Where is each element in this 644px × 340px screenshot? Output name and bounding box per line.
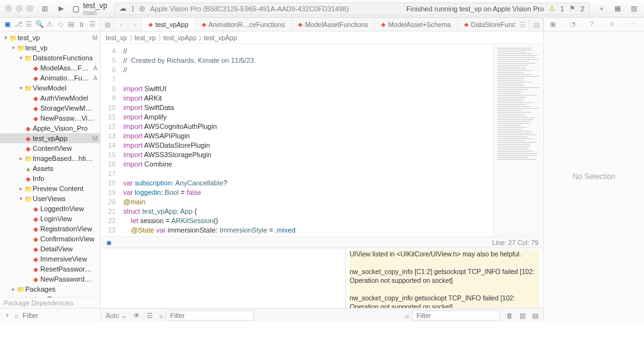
tree-item[interactable]: ◆ImmersiveView: [0, 254, 100, 264]
code-line[interactable]: import AWSAPIPlugin: [119, 131, 493, 141]
editor-tab[interactable]: ◆test_vpApp: [142, 18, 196, 31]
tree-item[interactable]: ▾📁test_vp: [0, 43, 100, 53]
disclosure-triangle[interactable]: ▾: [18, 195, 24, 202]
code-line[interactable]: //: [119, 65, 493, 75]
code-line[interactable]: let session = ARKitSession(): [119, 216, 493, 226]
clear-console-icon[interactable]: 🗑: [506, 312, 513, 319]
history-inspector-tab[interactable]: ◔: [570, 20, 579, 29]
navigator-filter-input[interactable]: [23, 312, 109, 319]
report-navigator-tab[interactable]: ☰: [88, 20, 97, 29]
code-line[interactable]: import SwiftUI: [119, 84, 493, 94]
breakpoint-navigator-tab[interactable]: ⏸: [77, 20, 86, 29]
tree-item[interactable]: ◆AuthViewModel: [0, 93, 100, 103]
jump-bar-crumb[interactable]: test_vpApp: [204, 34, 237, 41]
code-line[interactable]: [119, 75, 493, 84]
disclosure-triangle[interactable]: ▸: [18, 155, 24, 162]
zoom-window[interactable]: [26, 5, 33, 12]
code-line[interactable]: import ARKit: [119, 94, 493, 103]
project-tree[interactable]: ▾📁test_vpM▾📁test_vp▾📁DatastoreFunctions◆…: [0, 31, 100, 297]
issue-icon[interactable]: ⚑: [569, 4, 575, 13]
code-line[interactable]: var loggedin: Bool = false: [119, 188, 493, 197]
forward-button[interactable]: ›: [128, 18, 142, 31]
symbol-navigator-tab[interactable]: ☰: [25, 20, 33, 29]
warning-icon[interactable]: ⚠: [549, 4, 555, 13]
tree-item[interactable]: ▾📁DatastoreFunctions: [0, 53, 100, 63]
disclosure-triangle[interactable]: ▾: [10, 45, 16, 51]
disclosure-triangle[interactable]: ▾: [3, 35, 9, 41]
project-navigator-tab[interactable]: ▣: [3, 20, 12, 29]
breakpoint-indicator[interactable]: ⏺: [106, 239, 113, 246]
minimap[interactable]: [493, 44, 543, 236]
activity-status[interactable]: ☁ ⟩ ◎ Apple Vision Pro (B58C3126-E965-49…: [114, 3, 590, 15]
disclosure-triangle[interactable]: ▾: [18, 85, 24, 91]
code-content[interactable]: //// Created by Richards, Kimate on 11/6…: [119, 44, 493, 236]
tree-item[interactable]: ◆Animatio…FunctionsA: [0, 73, 100, 83]
file-inspector-tab[interactable]: ▣: [550, 20, 558, 29]
tree-item[interactable]: ▾📁ViewModel: [0, 83, 100, 93]
code-line[interactable]: import AWSDataStorePlugin: [119, 141, 493, 150]
tree-item[interactable]: ◆DetailView: [0, 244, 100, 254]
source-control-tab[interactable]: ⎇: [14, 20, 23, 29]
related-items-icon[interactable]: ▦: [101, 18, 114, 31]
package-dependencies-header[interactable]: Package Dependencies: [0, 297, 100, 308]
toggle-vars-icon[interactable]: ▥: [519, 312, 526, 319]
tree-item[interactable]: ▸📁Packages: [0, 284, 100, 294]
editor-options-icon[interactable]: ▤: [530, 18, 543, 31]
close-window[interactable]: [5, 5, 12, 12]
code-line[interactable]: var subscription: AnyCancellable?: [119, 178, 493, 188]
list-icon[interactable]: ☰: [147, 312, 153, 319]
tree-item[interactable]: ◆ResetPasswordView: [0, 264, 100, 274]
jump-bar-crumb[interactable]: test_vp: [106, 34, 127, 41]
sidebar-toggle-icon[interactable]: ▥: [40, 4, 50, 14]
tree-item[interactable]: ▸📁ImageBased…hting.skybox: [0, 153, 100, 163]
code-line[interactable]: import Amplify: [119, 112, 493, 122]
more-inspector-tab[interactable]: ⋯: [630, 20, 638, 29]
issue-navigator-tab[interactable]: ⚠: [45, 20, 54, 29]
tree-item[interactable]: ◆ConfirmationView: [0, 234, 100, 244]
editor-tab[interactable]: ◆ModelAsset+Schema: [375, 18, 458, 31]
disclosure-triangle[interactable]: ▸: [10, 286, 16, 292]
auto-scope[interactable]: Auto ⌄: [106, 312, 127, 319]
tree-item[interactable]: ◆NewPassw…ViewModel: [0, 113, 100, 123]
test-navigator-tab[interactable]: ◇: [56, 20, 65, 29]
tree-item[interactable]: ◆ModelAss…FunctionsA: [0, 63, 100, 73]
library-icon[interactable]: ▦: [613, 4, 623, 14]
minimize-window[interactable]: [16, 5, 23, 12]
editor-tab[interactable]: ◆DataStoreFunctions: [458, 18, 516, 31]
code-line[interactable]: @StateObject var authViewModel = AuthVie…: [119, 235, 493, 236]
find-navigator-tab[interactable]: 🔍: [35, 20, 44, 29]
eye-icon[interactable]: 👁: [133, 312, 140, 319]
code-line[interactable]: // Created by Richards, Kimate on 11/6/2…: [119, 56, 493, 65]
code-line[interactable]: import SwiftData: [119, 103, 493, 112]
tree-item[interactable]: ◆LoggedInView: [0, 204, 100, 214]
tree-item[interactable]: ◆Info: [0, 173, 100, 184]
tree-item[interactable]: ◆test_vpAppM: [0, 133, 100, 143]
scheme-selector[interactable]: ▢ test_vp main: [72, 1, 108, 16]
disclosure-triangle[interactable]: ▾: [18, 55, 24, 61]
editor-tab[interactable]: ◆ModelAssetFunctions: [292, 18, 375, 31]
code-line[interactable]: struct test_vpApp: App {: [119, 207, 493, 216]
jump-bar[interactable]: test_vp⟩test_vp⟩test_vpApp⟩test_vpApp: [101, 31, 543, 44]
line-gutter[interactable]: 4567891011121314151617181920212223242526…: [101, 44, 119, 236]
tree-item[interactable]: ▲Assets: [0, 163, 100, 173]
add-tab-icon[interactable]: ＋: [596, 4, 606, 14]
toggle-console-icon[interactable]: ▤: [532, 312, 538, 319]
add-icon[interactable]: ＋: [4, 310, 11, 320]
editor-tab[interactable]: ◆AnimationR…ceFunctions: [196, 18, 292, 31]
code-line[interactable]: @main: [119, 197, 493, 207]
code-line[interactable]: //: [119, 47, 493, 56]
code-line[interactable]: import Combine: [119, 160, 493, 169]
inspector-toggle-icon[interactable]: ▥: [629, 4, 639, 14]
attributes-inspector-tab[interactable]: ≡: [609, 20, 618, 29]
code-line[interactable]: [119, 169, 493, 178]
help-inspector-tab[interactable]: ?: [589, 20, 598, 29]
code-line[interactable]: import AWSS3StoragePlugin: [119, 150, 493, 160]
tab-overflow-icon[interactable]: ☰: [516, 18, 530, 31]
tree-item[interactable]: ◆Apple_Vision_Pro: [0, 123, 100, 133]
tree-item[interactable]: ◆StorageViewModel: [0, 103, 100, 113]
variables-view[interactable]: [101, 248, 346, 308]
disclosure-triangle[interactable]: ▸: [18, 185, 24, 192]
back-button[interactable]: ‹: [114, 18, 128, 31]
tree-item[interactable]: ◆LoginView: [0, 214, 100, 224]
tree-item[interactable]: ▾📁UserViews: [0, 194, 100, 204]
